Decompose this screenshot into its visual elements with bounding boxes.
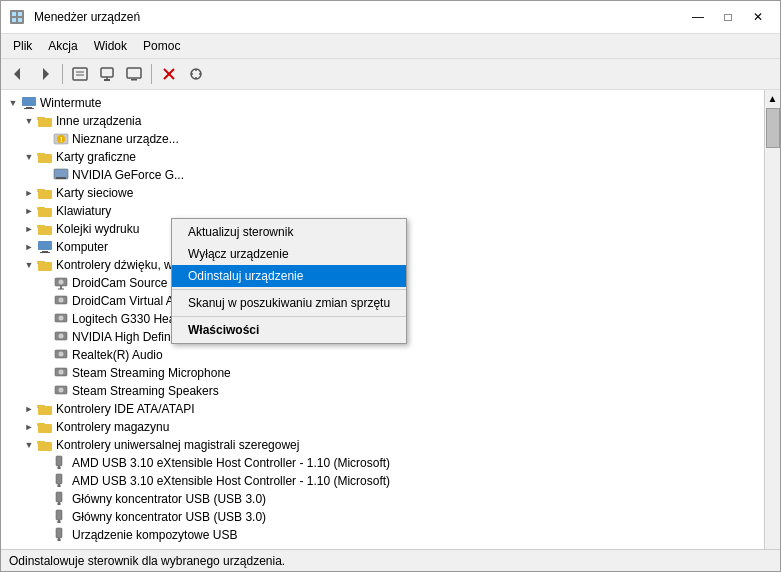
window-icon xyxy=(9,9,25,25)
log-expand xyxy=(37,311,53,327)
scrollbar-thumb[interactable] xyxy=(766,108,780,148)
au2-expand xyxy=(37,473,53,489)
tree-item-karty-siec[interactable]: ► Karty sieciowe xyxy=(1,184,764,202)
tree-item-amd-usb2[interactable]: AMD USB 3.10 eXtensible Host Controller … xyxy=(1,472,764,490)
tree-item-urz-komp[interactable]: Urządzenie kompozytowe USB xyxy=(1,526,764,544)
window-title: Menedżer urządzeń xyxy=(34,10,140,24)
komputer-icon xyxy=(37,239,53,255)
title-controls: — □ ✕ xyxy=(684,7,772,27)
kdzw-expand: ▼ xyxy=(21,257,37,273)
tree-item-karty-graf[interactable]: ▼ Karty graficzne xyxy=(1,148,764,166)
au2-label: AMD USB 3.10 eXtensible Host Controller … xyxy=(72,474,390,488)
svg-rect-68 xyxy=(56,456,62,466)
tree-item-inne[interactable]: ▼ Inne urządzenia xyxy=(1,112,764,130)
warning-icon: ! xyxy=(53,131,69,147)
ctx-disable-device[interactable]: Wyłącz urządzenie xyxy=(172,243,406,265)
karty-graf-icon xyxy=(37,149,53,165)
tree-item-steam-mic[interactable]: Steam Streaming Microphone xyxy=(1,364,764,382)
svg-rect-27 xyxy=(37,117,45,120)
kide-icon xyxy=(37,401,53,417)
svg-text:!: ! xyxy=(60,135,63,144)
inne-icon xyxy=(37,113,53,129)
karty-graf-label: Karty graficzne xyxy=(56,150,136,164)
uk-label: Urządzenie kompozytowe USB xyxy=(72,528,237,542)
scrollbar[interactable]: ▲ xyxy=(764,90,780,549)
kolejki-label: Kolejki wydruku xyxy=(56,222,139,236)
smic-label: Steam Streaming Microphone xyxy=(72,366,231,380)
kmag-icon xyxy=(37,419,53,435)
smic-icon xyxy=(53,365,69,381)
toolbar-computer[interactable] xyxy=(121,61,147,87)
svg-rect-32 xyxy=(37,153,45,156)
ctx-update-driver[interactable]: Aktualizuj sterownik xyxy=(172,221,406,243)
gu2-expand xyxy=(37,509,53,525)
svg-rect-41 xyxy=(38,241,52,250)
svg-point-53 xyxy=(59,316,64,321)
toolbar-update[interactable] xyxy=(94,61,120,87)
tree-item-nvidia[interactable]: NVIDIA GeForce G... xyxy=(1,166,764,184)
ctx-scan-changes[interactable]: Skanuj w poszukiwaniu zmian sprzętu xyxy=(172,292,406,314)
tree-item-kontrolery-ide[interactable]: ► Kontrolery IDE ATA/ATAPI xyxy=(1,400,764,418)
karty-graf-expand: ▼ xyxy=(21,149,37,165)
tree-item-nieznane[interactable]: ! Nieznane urządze... xyxy=(1,130,764,148)
svg-rect-77 xyxy=(56,510,62,520)
svg-rect-74 xyxy=(56,492,62,502)
svg-rect-43 xyxy=(40,252,50,253)
menu-bar: Plik Akcja Widok Pomoc xyxy=(1,34,780,59)
svg-rect-65 xyxy=(37,423,45,426)
komputer-expand: ► xyxy=(21,239,37,255)
toolbar-uninstall[interactable] xyxy=(156,61,182,87)
minimize-button[interactable]: — xyxy=(684,7,712,27)
toolbar-sep-2 xyxy=(151,64,152,84)
menu-view[interactable]: Widok xyxy=(86,36,135,56)
tree-item-steam-spk[interactable]: Steam Streaming Speakers xyxy=(1,382,764,400)
tree-root[interactable]: ▼ Wintermute xyxy=(1,94,764,112)
ctx-separator xyxy=(172,289,406,290)
toolbar-scan[interactable] xyxy=(183,61,209,87)
kmag-expand: ► xyxy=(21,419,37,435)
gu2-icon xyxy=(53,509,69,525)
status-bar: Odinstalowuje sterownik dla wybranego ur… xyxy=(1,549,780,571)
menu-action[interactable]: Akcja xyxy=(40,36,85,56)
nvhd-icon xyxy=(53,329,69,345)
svg-point-59 xyxy=(59,370,64,375)
kmag-label: Kontrolery magazynu xyxy=(56,420,169,434)
svg-rect-1 xyxy=(12,12,16,16)
tree-item-glowny-usb2[interactable]: Główny koncentrator USB (USB 3.0) xyxy=(1,508,764,526)
scroll-up-arrow[interactable]: ▲ xyxy=(765,90,781,106)
tree-item-glowny-usb1[interactable]: Główny koncentrator USB (USB 3.0) xyxy=(1,490,764,508)
ctx-uninstall-device[interactable]: Odinstaluj urządzenie xyxy=(172,265,406,287)
tree-item-realtek[interactable]: Realtek(R) Audio xyxy=(1,346,764,364)
main-area: ▼ Wintermute ▼ xyxy=(1,90,780,549)
dcv-icon xyxy=(53,293,69,309)
svg-rect-71 xyxy=(56,474,62,484)
karty-siec-label: Karty sieciowe xyxy=(56,186,133,200)
maximize-button[interactable]: □ xyxy=(714,7,742,27)
klaw-expand: ► xyxy=(21,203,37,219)
nieznane-expand xyxy=(37,131,53,147)
close-button[interactable]: ✕ xyxy=(744,7,772,27)
klaw-label: Klawiatury xyxy=(56,204,111,218)
menu-help[interactable]: Pomoc xyxy=(135,36,188,56)
tree-item-kontrolery-mag[interactable]: ► Kontrolery magazynu xyxy=(1,418,764,436)
toolbar-forward[interactable] xyxy=(32,61,58,87)
sspk-icon xyxy=(53,383,69,399)
root-expand-icon: ▼ xyxy=(5,95,21,111)
kusb-label: Kontrolery uniwersalnej magistrali szere… xyxy=(56,438,299,452)
au1-expand xyxy=(37,455,53,471)
tree-item-kontrolery-usb[interactable]: ▼ Kontrolery uniwersalnej magistrali sze… xyxy=(1,436,764,454)
karty-siec-expand: ► xyxy=(21,185,37,201)
uk-icon xyxy=(53,527,69,543)
svg-rect-3 xyxy=(12,18,16,22)
svg-rect-10 xyxy=(101,68,113,77)
kolejki-expand: ► xyxy=(21,221,37,237)
svg-rect-34 xyxy=(56,177,66,179)
tree-item-amd-usb1[interactable]: AMD USB 3.10 eXtensible Host Controller … xyxy=(1,454,764,472)
dcs-expand xyxy=(37,275,53,291)
toolbar-properties[interactable] xyxy=(67,61,93,87)
svg-point-47 xyxy=(59,280,64,285)
svg-rect-80 xyxy=(56,528,62,538)
menu-file[interactable]: Plik xyxy=(5,36,40,56)
ctx-properties[interactable]: Właściwości xyxy=(172,319,406,341)
toolbar-back[interactable] xyxy=(5,61,31,87)
